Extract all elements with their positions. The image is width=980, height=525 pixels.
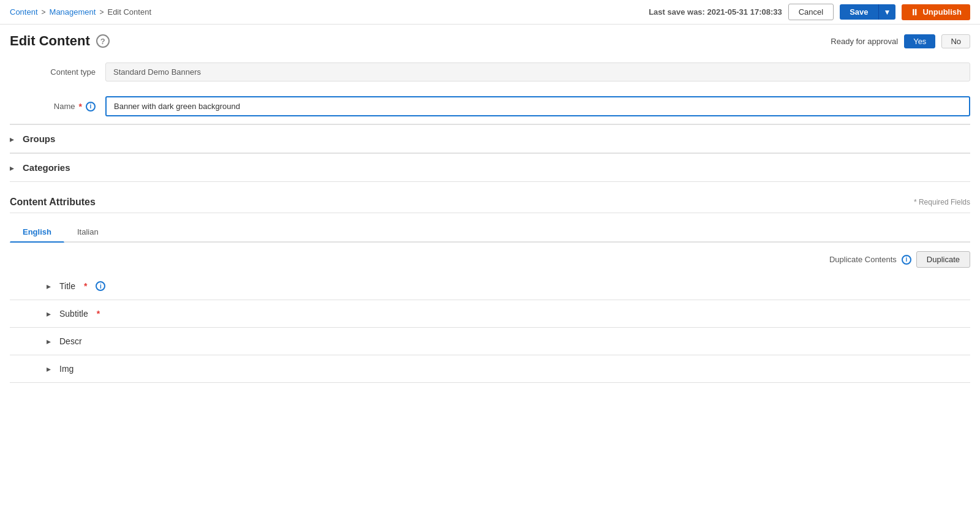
duplicate-row: Duplicate Contents i Duplicate <box>10 243 970 273</box>
page-header: Edit Content ? Ready for approval Yes No <box>0 25 980 55</box>
name-input[interactable] <box>105 96 970 116</box>
last-save-text: Last save was: 2021-05-31 17:08:33 <box>649 7 782 17</box>
duplicate-info-icon[interactable]: i <box>902 255 911 265</box>
categories-title: Categories <box>23 162 70 173</box>
breadcrumb-current: Edit Content <box>107 7 151 17</box>
approval-no-button[interactable]: No <box>941 34 970 48</box>
ca-title: Content Attributes <box>10 197 96 208</box>
ready-approval-group: Ready for approval Yes No <box>831 34 970 48</box>
breadcrumb-content[interactable]: Content <box>10 7 38 17</box>
name-label: Name <box>54 102 75 111</box>
tab-italian[interactable]: Italian <box>64 222 111 241</box>
groups-chevron-icon: ▸ <box>10 134 14 144</box>
attr-img-label: Img <box>59 364 74 374</box>
attr-subtitle-label: Subtitle <box>59 309 88 319</box>
unpublish-button[interactable]: ⏸ Unpublish <box>902 4 970 20</box>
groups-title: Groups <box>23 134 55 144</box>
main-content: Content type Name * i ▸ Groups ▸ Categor… <box>0 55 980 383</box>
content-type-label: Content type <box>10 67 96 77</box>
top-bar-actions: Last save was: 2021-05-31 17:08:33 Cance… <box>649 4 970 20</box>
attr-title-required-star: * <box>84 281 87 291</box>
attr-descr-row[interactable]: ▸ Descr <box>10 328 970 355</box>
groups-section[interactable]: ▸ Groups <box>10 124 970 153</box>
unpublish-label: Unpublish <box>922 7 962 17</box>
top-bar: Content > Management > Edit Content Last… <box>0 0 980 25</box>
attr-img-row[interactable]: ▸ Img <box>10 355 970 383</box>
divider-3 <box>10 181 970 182</box>
name-row: Name * i <box>10 89 970 124</box>
attr-title-label: Title <box>59 281 75 291</box>
categories-section[interactable]: ▸ Categories <box>10 153 970 181</box>
breadcrumb-sep-2: > <box>99 8 104 17</box>
breadcrumb-management[interactable]: Management <box>50 7 96 17</box>
attr-descr-label: Descr <box>59 336 82 346</box>
tab-english[interactable]: English <box>10 222 64 243</box>
name-info-icon[interactable]: i <box>86 102 96 111</box>
page-title-group: Edit Content ? <box>10 33 110 49</box>
duplicate-button[interactable]: Duplicate <box>916 251 970 268</box>
content-type-row: Content type <box>10 55 970 89</box>
approval-yes-button[interactable]: Yes <box>904 34 935 48</box>
last-save-label: Last save was: <box>649 7 705 17</box>
name-label-group: Name * i <box>10 102 96 111</box>
cancel-button[interactable]: Cancel <box>788 4 834 20</box>
attr-descr-chevron-icon: ▸ <box>47 336 51 346</box>
duplicate-label: Duplicate Contents <box>829 255 897 264</box>
help-icon[interactable]: ? <box>96 34 110 48</box>
attr-subtitle-row[interactable]: ▸ Subtitle * <box>10 300 970 328</box>
ca-header: Content Attributes * Required Fields <box>10 197 970 213</box>
attr-title-chevron-icon: ▸ <box>47 281 51 291</box>
page-title: Edit Content <box>10 33 90 49</box>
name-required-star: * <box>79 102 82 111</box>
breadcrumb: Content > Management > Edit Content <box>10 7 151 17</box>
save-group: Save ▼ <box>840 4 895 20</box>
content-type-input <box>105 62 970 81</box>
attr-title-info-icon[interactable]: i <box>96 281 105 291</box>
save-button[interactable]: Save <box>840 4 878 20</box>
attr-subtitle-required-star: * <box>97 309 100 319</box>
breadcrumb-sep-1: > <box>42 8 46 17</box>
unpublish-icon: ⏸ <box>910 7 919 17</box>
content-attributes: Content Attributes * Required Fields Eng… <box>10 197 970 383</box>
language-tabs: English Italian <box>10 222 970 243</box>
required-note: * Required Fields <box>914 198 970 206</box>
attr-img-chevron-icon: ▸ <box>47 364 51 374</box>
last-save-value: 2021-05-31 17:08:33 <box>707 7 782 17</box>
save-dropdown-button[interactable]: ▼ <box>878 4 896 20</box>
attr-title-row[interactable]: ▸ Title * i <box>10 273 970 300</box>
attr-subtitle-chevron-icon: ▸ <box>47 309 51 319</box>
categories-chevron-icon: ▸ <box>10 163 14 173</box>
ready-approval-label: Ready for approval <box>831 37 898 46</box>
